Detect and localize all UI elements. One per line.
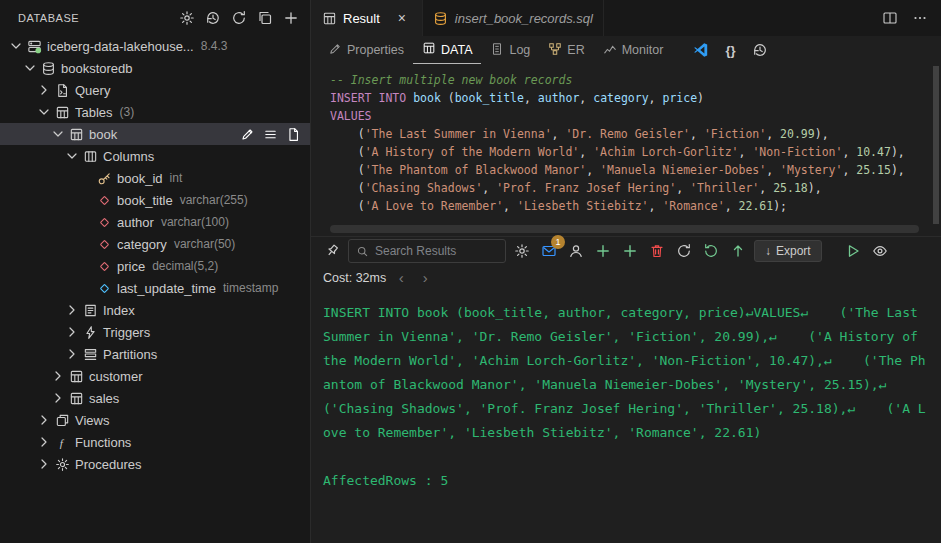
rerun-query-icon[interactable] xyxy=(700,240,722,262)
tree-item-tables[interactable]: Tables(3) xyxy=(0,101,310,123)
chevron-right-icon[interactable] xyxy=(50,368,66,384)
chevron-down-icon[interactable] xyxy=(64,148,80,164)
tab-data[interactable]: DATA xyxy=(413,36,481,64)
add-connection-icon[interactable] xyxy=(280,7,302,29)
duplicate-icon[interactable] xyxy=(254,7,276,29)
insert-row-icon[interactable] xyxy=(619,240,641,262)
vscode-icon[interactable] xyxy=(690,39,712,61)
tab-monitor[interactable]: Monitor xyxy=(594,36,673,64)
tree-item-book-id[interactable]: book_idint xyxy=(0,167,310,189)
mail-export-icon[interactable]: 1 xyxy=(538,240,560,262)
braces-icon[interactable]: {} xyxy=(725,43,735,58)
tree-item-last-update-time[interactable]: last_update_timetimestamp xyxy=(0,277,310,299)
code-line: INSERT INTO book (book_title, author, ca… xyxy=(330,89,925,107)
tab-sql-file[interactable]: insert_book_records.sql xyxy=(423,0,604,36)
tab-er-label: ER xyxy=(567,43,584,57)
tree-item-columns[interactable]: Columns xyxy=(0,145,310,167)
user-icon[interactable] xyxy=(565,240,587,262)
tab-properties-label: Properties xyxy=(347,43,404,57)
add-row-icon[interactable] xyxy=(592,240,614,262)
tree-item-category[interactable]: categoryvarchar(50) xyxy=(0,233,310,255)
split-editor-icon[interactable] xyxy=(879,7,901,29)
settings-icon[interactable] xyxy=(176,7,198,29)
tabbar-actions xyxy=(879,0,941,36)
tab-er[interactable]: ER xyxy=(539,36,593,64)
edit-icon[interactable] xyxy=(239,126,255,142)
tree-item-procedures[interactable]: Procedures xyxy=(0,453,310,475)
editor-horizontal-scrollbar[interactable] xyxy=(330,225,919,233)
close-icon[interactable]: × xyxy=(392,8,412,28)
tree-item-functions[interactable]: fFunctions xyxy=(0,431,310,453)
tree-item-price[interactable]: pricedecimal(5,2) xyxy=(0,255,310,277)
tree-item-label: book xyxy=(89,127,117,142)
chevron-down-icon[interactable] xyxy=(22,60,38,76)
tree-item-label: price xyxy=(117,259,145,274)
editor-vertical-scrollbar[interactable] xyxy=(933,66,939,224)
list-icon[interactable] xyxy=(262,126,278,142)
chevron-down-icon[interactable] xyxy=(8,38,24,54)
er-diagram-icon xyxy=(548,42,562,59)
view-tabbar: Properties DATA Log ER Monitor xyxy=(311,36,941,64)
file-icon[interactable] xyxy=(285,126,301,142)
chevron-right-icon[interactable] xyxy=(36,456,52,472)
tab-log-label: Log xyxy=(509,43,530,57)
svg-text:f: f xyxy=(59,436,64,448)
search-results-input[interactable] xyxy=(375,244,498,258)
tree-item-meta: 8.4.3 xyxy=(201,39,228,53)
tree-item-query[interactable]: Query xyxy=(0,79,310,101)
chevron-right-icon[interactable] xyxy=(36,434,52,450)
history-icon[interactable] xyxy=(202,7,224,29)
chevron-down-icon[interactable] xyxy=(50,126,66,142)
search-results-box[interactable] xyxy=(348,239,506,263)
tree-item-bookstoredb[interactable]: bookstoredb xyxy=(0,57,310,79)
tree-item-meta: timestamp xyxy=(223,281,278,295)
run-icon[interactable] xyxy=(842,240,864,262)
code-line: ('A Love to Remember', 'Liesbeth Stiebit… xyxy=(330,197,925,215)
sync-icon[interactable] xyxy=(673,240,695,262)
chevron-down-icon[interactable] xyxy=(36,104,52,120)
procedures-icon xyxy=(52,456,72,472)
sql-history-icon[interactable] xyxy=(749,39,771,61)
tree-item-book[interactable]: book xyxy=(0,123,310,145)
tree-item-partitions[interactable]: Partitions xyxy=(0,343,310,365)
tree-item-label: book_id xyxy=(117,171,163,186)
results-panel[interactable]: INSERT INTO book (book_title, author, ca… xyxy=(311,291,941,543)
next-result-icon[interactable]: › xyxy=(416,269,434,286)
pin-results-icon[interactable] xyxy=(321,240,343,262)
tree-item-book-title[interactable]: book_titlevarchar(255) xyxy=(0,189,310,211)
tree-item-label: bookstoredb xyxy=(61,61,133,76)
chevron-right-icon[interactable] xyxy=(36,82,52,98)
result-settings-icon[interactable] xyxy=(511,240,533,262)
tab-result[interactable]: Result × xyxy=(311,0,423,36)
refresh-icon[interactable] xyxy=(228,7,250,29)
tree-item-customer[interactable]: customer xyxy=(0,365,310,387)
tree-item-label: last_update_time xyxy=(117,281,216,296)
chevron-right-icon[interactable] xyxy=(36,412,52,428)
delete-row-icon[interactable] xyxy=(646,240,668,262)
tree-item-triggers[interactable]: Triggers xyxy=(0,321,310,343)
upload-icon[interactable] xyxy=(727,240,749,262)
more-actions-icon[interactable] xyxy=(909,7,931,29)
preview-eye-icon[interactable] xyxy=(869,240,891,262)
chevron-right-icon[interactable] xyxy=(64,346,80,362)
tab-log[interactable]: Log xyxy=(481,36,539,64)
tree-item-views[interactable]: Views xyxy=(0,409,310,431)
tree-item-sales[interactable]: sales xyxy=(0,387,310,409)
tree-item-meta: int xyxy=(170,171,183,185)
sql-editor[interactable]: -- Insert multiple new book recordsINSER… xyxy=(311,64,941,236)
prev-result-icon[interactable]: ‹ xyxy=(392,269,410,286)
sql-code: -- Insert multiple new book recordsINSER… xyxy=(330,71,925,215)
tree-item-iceberg-data-lakehouse[interactable]: iceberg-data-lakehouse...8.4.3 xyxy=(0,35,310,57)
chevron-right-icon[interactable] xyxy=(50,390,66,406)
tables-icon xyxy=(52,104,72,120)
export-button[interactable]: ↓ Export xyxy=(754,240,822,262)
tree-item-index[interactable]: Index xyxy=(0,299,310,321)
sidebar-header: DATABASE xyxy=(0,0,310,35)
sql-file-db-icon xyxy=(433,10,449,26)
chevron-right-icon[interactable] xyxy=(64,324,80,340)
timestamp-field-icon xyxy=(94,280,114,296)
tree-item-author[interactable]: authorvarchar(100) xyxy=(0,211,310,233)
tab-properties[interactable]: Properties xyxy=(319,36,413,64)
chevron-right-icon[interactable] xyxy=(64,302,80,318)
field-icon xyxy=(94,236,114,252)
